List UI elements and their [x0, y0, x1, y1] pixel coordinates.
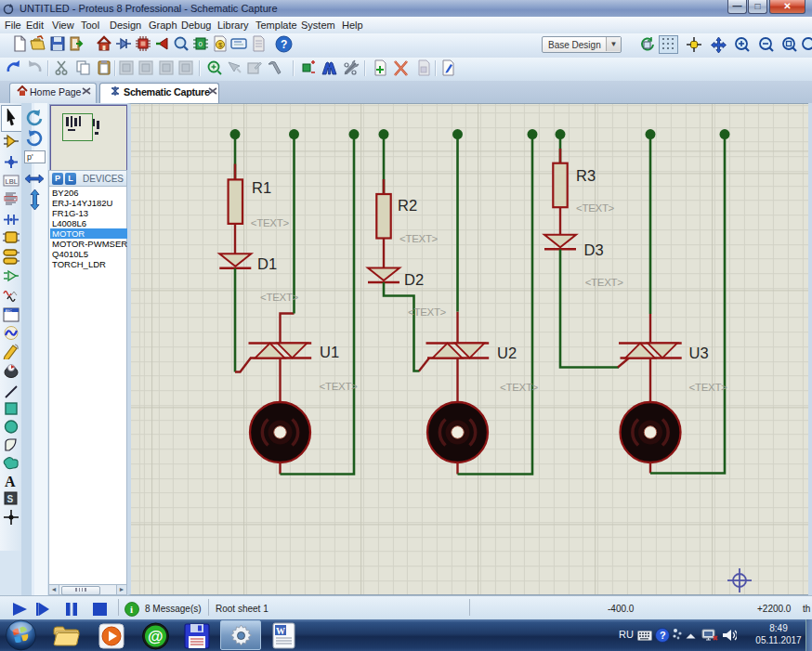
svg-text:0: 0 — [199, 40, 203, 48]
svg-text:D1: D1 — [257, 255, 277, 272]
svg-text:<TEXT>: <TEXT> — [576, 202, 615, 214]
svg-text:A: A — [5, 474, 16, 489]
svg-text:<TEXT>: <TEXT> — [500, 382, 539, 393]
svg-text:S: S — [7, 494, 14, 504]
svg-text:W: W — [276, 626, 285, 636]
svg-text:i: i — [130, 604, 133, 615]
svg-text:<TEXT>: <TEXT> — [251, 217, 290, 228]
svg-text:R3: R3 — [576, 167, 596, 184]
svg-text:R1: R1 — [252, 179, 271, 196]
svg-text:LBL: LBL — [6, 177, 18, 186]
svg-text:<TEXT>: <TEXT> — [320, 381, 359, 392]
svg-text:?: ? — [281, 38, 287, 51]
svg-text:D2: D2 — [404, 271, 424, 288]
svg-text:U3: U3 — [689, 345, 709, 361]
svg-text:<TEXT>: <TEXT> — [689, 382, 728, 393]
svg-text:ASC: ASC — [6, 309, 13, 313]
svg-text:U1: U1 — [320, 344, 339, 360]
svg-text:<TEXT>: <TEXT> — [585, 277, 624, 288]
svg-text:@: @ — [148, 628, 164, 645]
svg-text:<TEXT>: <TEXT> — [408, 306, 447, 318]
svg-text:?: ? — [660, 630, 666, 641]
svg-text:D3: D3 — [584, 241, 604, 258]
svg-text:$: $ — [218, 41, 223, 49]
svg-text:U2: U2 — [497, 345, 517, 361]
svg-text:R2: R2 — [398, 197, 417, 214]
svg-text:<TEXT>: <TEXT> — [260, 292, 299, 303]
svg-text:<TEXT>: <TEXT> — [399, 233, 439, 244]
